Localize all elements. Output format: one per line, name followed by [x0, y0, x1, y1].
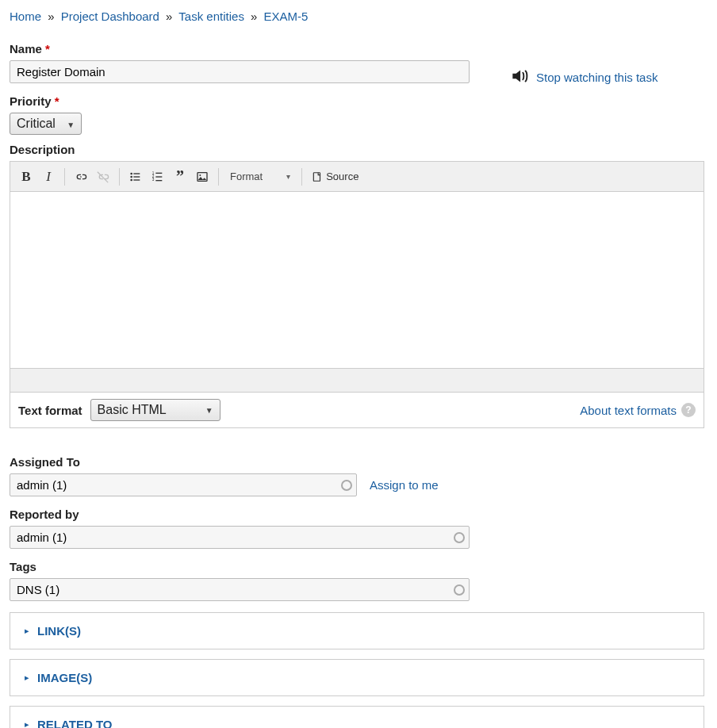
stop-watching-link[interactable]: Stop watching this task [536, 71, 658, 84]
text-format-label: Text format [18, 404, 82, 417]
links-panel-title: LINK(S) [37, 624, 81, 638]
svg-point-2 [130, 175, 132, 178]
toolbar-separator [218, 168, 219, 186]
blockquote-button[interactable]: ” [171, 167, 190, 186]
svg-point-4 [130, 178, 132, 181]
source-button[interactable]: Source [309, 171, 362, 182]
link-button[interactable] [71, 167, 90, 186]
breadcrumb: Home » Project Dashboard » Task entities… [10, 10, 707, 23]
caret-right-icon: ▸ [25, 719, 29, 728]
text-format-select[interactable]: Basic HTML [90, 399, 220, 421]
tags-input[interactable] [10, 578, 470, 601]
about-text-formats-link[interactable]: About text formats [580, 404, 677, 417]
name-input[interactable] [10, 60, 470, 83]
related-to-panel[interactable]: ▸ RELATED TO [10, 706, 704, 728]
description-label: Description [10, 143, 707, 156]
breadcrumb-tasks[interactable]: Task entities [178, 10, 244, 23]
reported-by-label: Reported by [10, 508, 707, 521]
name-label: Name * [10, 42, 470, 56]
links-panel[interactable]: ▸ LINK(S) [10, 612, 704, 649]
image-button[interactable] [193, 167, 212, 186]
svg-rect-5 [133, 179, 140, 180]
svg-point-13 [199, 174, 201, 176]
required-asterisk: * [55, 94, 59, 108]
unlink-button[interactable] [94, 167, 113, 186]
assigned-to-label: Assigned To [10, 455, 707, 469]
required-asterisk: * [45, 42, 50, 56]
editor-footer [10, 368, 704, 392]
images-panel[interactable]: ▸ IMAGE(S) [10, 659, 704, 696]
related-to-panel-title: RELATED TO [37, 718, 112, 728]
rich-text-editor: B I 123 ” Format [10, 161, 704, 393]
speaker-icon [509, 66, 530, 89]
reported-by-input[interactable] [10, 526, 470, 549]
svg-rect-11 [155, 180, 162, 181]
help-icon[interactable]: ? [681, 403, 696, 417]
assigned-to-input[interactable] [10, 473, 357, 496]
autocomplete-icon [454, 584, 465, 596]
breadcrumb-separator: » [251, 10, 257, 23]
tags-label: Tags [10, 560, 707, 573]
toolbar-separator [119, 168, 120, 186]
priority-select[interactable]: Critical [10, 113, 82, 135]
assign-to-me-link[interactable]: Assign to me [370, 478, 439, 492]
images-panel-title: IMAGE(S) [37, 671, 92, 684]
breadcrumb-current[interactable]: EXAM-5 [264, 10, 309, 23]
breadcrumb-home[interactable]: Home [10, 10, 41, 23]
svg-point-0 [130, 172, 132, 174]
breadcrumb-separator: » [48, 10, 54, 23]
toolbar-separator [301, 168, 302, 186]
svg-rect-14 [314, 172, 320, 181]
breadcrumb-separator: » [166, 10, 172, 23]
autocomplete-icon [341, 480, 352, 491]
svg-rect-3 [133, 176, 140, 177]
caret-right-icon: ▸ [25, 672, 29, 683]
bullet-list-button[interactable] [126, 167, 145, 186]
priority-label: Priority * [10, 94, 470, 108]
svg-text:3: 3 [152, 178, 155, 182]
italic-button[interactable]: I [39, 167, 58, 186]
svg-rect-7 [155, 172, 162, 173]
svg-rect-1 [133, 173, 140, 174]
format-dropdown[interactable]: Format [225, 171, 295, 182]
svg-rect-9 [155, 176, 162, 177]
breadcrumb-dashboard[interactable]: Project Dashboard [61, 10, 159, 23]
bold-button[interactable]: B [17, 167, 36, 186]
caret-right-icon: ▸ [25, 626, 29, 636]
autocomplete-icon [454, 532, 465, 543]
editor-body[interactable] [10, 192, 704, 368]
toolbar-separator [64, 168, 65, 186]
editor-toolbar: B I 123 ” Format [10, 162, 704, 192]
numbered-list-button[interactable]: 123 [148, 167, 167, 186]
text-format-row: Text format Basic HTML About text format… [10, 393, 704, 428]
